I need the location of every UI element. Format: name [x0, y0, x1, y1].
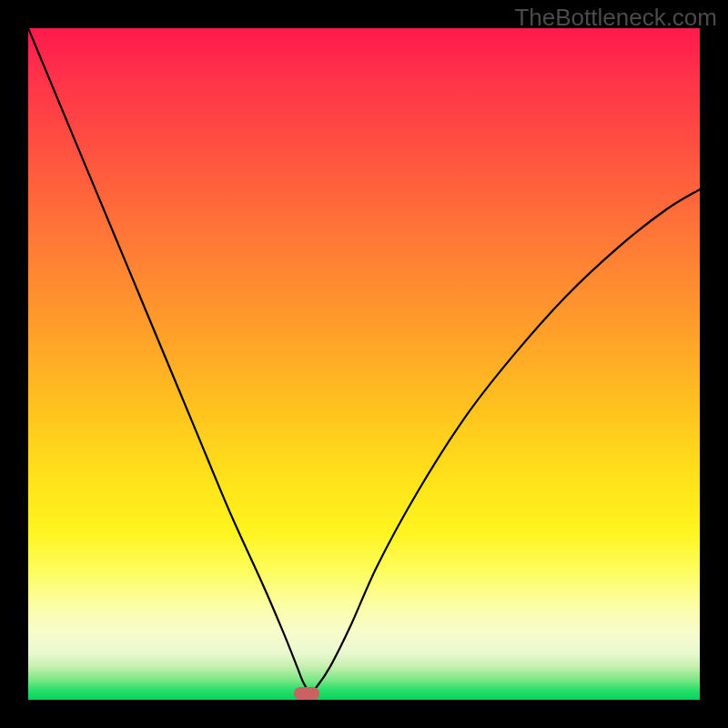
- plot-area: [28, 28, 700, 700]
- chart-frame: TheBottleneck.com: [0, 0, 728, 728]
- optimum-marker: [294, 687, 319, 700]
- bottleneck-curve: [28, 28, 700, 700]
